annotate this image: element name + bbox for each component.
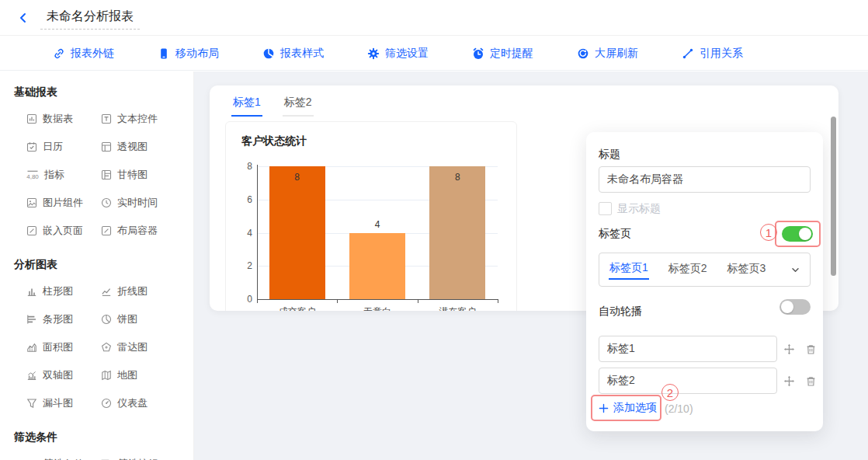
- show-title-label: 显示标题: [617, 202, 661, 216]
- toolbar-item-label: 大屏刷新: [595, 47, 638, 61]
- tab-option-input-1[interactable]: [599, 336, 777, 362]
- mobile-icon: [158, 47, 170, 60]
- sidebar-item-pivot[interactable]: 透视图: [101, 140, 193, 154]
- sidebar-item-data-table[interactable]: 数据表: [26, 112, 101, 126]
- sidebar-item-container[interactable]: 布局容器: [101, 224, 193, 238]
- column-chart-icon: [26, 286, 37, 297]
- gear-icon: [367, 47, 380, 60]
- y-axis-tick-label: 8: [234, 161, 252, 172]
- chart-widget[interactable]: 客户状态统计 024688成交客户4无意向8潜在客户: [225, 121, 517, 311]
- bar-value-label: 8: [257, 172, 337, 183]
- sidebar-section-title: 分析图表: [14, 258, 193, 272]
- line-chart-icon: [101, 286, 112, 297]
- funnel-icon: [26, 398, 37, 409]
- chart-title: 客户状态统计: [226, 122, 516, 148]
- toolbar-item-label: 报表样式: [280, 47, 324, 61]
- sidebar-item-label: 折线图: [117, 284, 148, 298]
- container-tab-bar: 标签1标签2: [210, 85, 838, 117]
- sidebar-item-column-chart[interactable]: 柱形图: [26, 284, 101, 298]
- vertical-scrollbar[interactable]: [831, 117, 836, 276]
- sidebar-item-label: 文本控件: [117, 112, 158, 126]
- toolbar-item-refresh[interactable]: 大屏刷新: [577, 47, 638, 61]
- back-icon[interactable]: [17, 12, 30, 24]
- toolbar-item-label: 定时提醒: [490, 47, 533, 61]
- container-title-input[interactable]: [599, 166, 811, 193]
- sidebar-item-area-chart[interactable]: 面积图: [26, 340, 101, 354]
- sidebar-item-gantt[interactable]: 甘特图: [101, 168, 193, 182]
- sidebar-item-funnel[interactable]: 漏斗图: [26, 396, 101, 410]
- tab-page-option-3[interactable]: 标签页3: [727, 260, 767, 279]
- chart-bar[interactable]: [269, 166, 325, 299]
- sidebar-item-text-widget[interactable]: 文本控件: [101, 112, 193, 126]
- toolbar-item-link[interactable]: 报表外链: [53, 47, 114, 61]
- trash-icon[interactable]: [805, 375, 817, 387]
- text-widget-icon: [101, 113, 112, 124]
- page-header: 未命名分析报表: [0, 0, 868, 36]
- y-axis-tick-label: 0: [234, 294, 252, 305]
- toolbar-item-gear[interactable]: 筛选设置: [367, 47, 429, 61]
- toolbar-item-label: 引用关系: [700, 47, 743, 61]
- sidebar-item-filter-button[interactable]: 筛选按钮: [101, 457, 193, 460]
- trash-icon[interactable]: [805, 343, 817, 355]
- link-icon: [53, 47, 65, 60]
- tab-page-option-1[interactable]: 标签页1: [609, 260, 649, 280]
- gantt-icon: [101, 169, 112, 180]
- tabs-label: 标签页: [599, 227, 631, 241]
- bar-chart-icon: [26, 314, 37, 325]
- sidebar-section-grid: 柱形图折线图条形图饼图面积图雷达图双轴图地图漏斗图仪表盘: [26, 284, 193, 410]
- toolbar-item-label: 筛选设置: [385, 47, 429, 61]
- canvas-tab-2[interactable]: 标签2: [283, 96, 314, 117]
- toolbar-item-relation[interactable]: 引用关系: [682, 47, 743, 61]
- move-icon[interactable]: [783, 343, 795, 355]
- sidebar-item-label: 图片组件: [43, 196, 83, 210]
- sidebar-item-radar-chart[interactable]: 雷达图: [101, 340, 193, 354]
- chart-bar[interactable]: [429, 166, 485, 299]
- toolbar-item-pie[interactable]: 报表样式: [262, 47, 324, 61]
- move-icon[interactable]: [783, 375, 795, 387]
- canvas-tab-1[interactable]: 标签1: [231, 96, 262, 117]
- sidebar-item-label: 指标: [44, 168, 64, 182]
- tabs-toggle[interactable]: [782, 226, 813, 242]
- sidebar-item-gauge[interactable]: 仪表盘: [101, 396, 193, 410]
- sidebar-item-line-chart[interactable]: 折线图: [101, 284, 193, 298]
- calendar-icon: [26, 141, 37, 152]
- data-table-icon: [26, 113, 37, 124]
- container-icon: [101, 225, 112, 236]
- autoplay-label: 自动轮播: [599, 305, 642, 319]
- sidebar-item-bar-chart[interactable]: 条形图: [26, 312, 101, 326]
- toolbar-item-mobile[interactable]: 移动布局: [158, 47, 219, 61]
- sidebar-section-title: 基础报表: [14, 85, 193, 99]
- sidebar-item-calendar[interactable]: 日历: [26, 140, 101, 154]
- report-title[interactable]: 未命名分析报表: [40, 6, 140, 30]
- sidebar-item-pie-chart[interactable]: 饼图: [101, 312, 193, 326]
- toolbar-item-alarm[interactable]: 定时提醒: [472, 47, 533, 61]
- bar-value-label: 8: [418, 172, 498, 183]
- toolbar-item-label: 移动布局: [175, 47, 219, 61]
- sidebar-item-label: 双轴图: [43, 368, 73, 382]
- autoplay-toggle[interactable]: [779, 299, 811, 315]
- map-icon: [101, 370, 112, 381]
- sidebar-item-dual-axis[interactable]: 双轴图: [26, 368, 101, 382]
- show-title-checkbox[interactable]: [599, 202, 612, 215]
- tab-option-input-2[interactable]: [599, 368, 777, 394]
- sidebar-item-clock[interactable]: 实时时间: [101, 196, 193, 210]
- clock-icon: [101, 197, 112, 208]
- x-axis-category-label: 成交客户: [257, 305, 337, 311]
- chart-bar[interactable]: [349, 233, 405, 300]
- sidebar-item-embed[interactable]: 嵌入页面: [26, 224, 101, 238]
- area-chart-icon: [26, 342, 37, 353]
- chevron-down-icon[interactable]: [790, 265, 800, 275]
- sidebar-item-label: 漏斗图: [43, 396, 73, 410]
- toggle-knob: [799, 228, 811, 240]
- sidebar-item-metric[interactable]: 4,80指标: [26, 168, 101, 182]
- sidebar-item-map[interactable]: 地图: [101, 368, 193, 382]
- y-axis-tick-label: 2: [234, 260, 252, 271]
- add-option-button[interactable]: 添加选项: [599, 401, 657, 415]
- tab-page-option-2[interactable]: 标签页2: [668, 260, 708, 279]
- annotation-step-2: 2: [661, 384, 679, 401]
- sidebar-section-title: 筛选条件: [14, 430, 193, 444]
- sidebar-item-filter-search[interactable]: 筛选条件: [26, 457, 101, 460]
- sidebar-item-image[interactable]: 图片组件: [26, 196, 101, 210]
- sidebar-item-label: 布局容器: [117, 224, 158, 238]
- tab-page-selector: 标签页1标签页2标签页3: [599, 253, 811, 287]
